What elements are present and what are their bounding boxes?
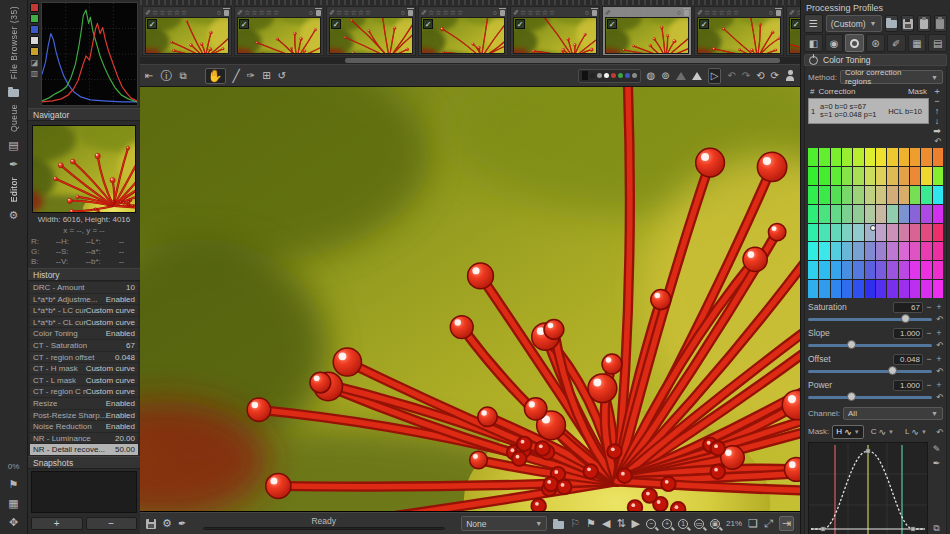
bg-black-swatch[interactable] [582, 71, 588, 80]
background-color-selector[interactable] [578, 69, 641, 83]
rank-star-icon[interactable]: ☆ [174, 9, 180, 17]
history-row[interactable]: CT - H maskCustom curve [30, 363, 138, 375]
color-grid-marker[interactable] [870, 225, 876, 231]
edit-profile-icon[interactable]: ✐ [605, 9, 611, 17]
rank-star-icon[interactable]: ☆ [527, 9, 533, 17]
color-grid-cell[interactable] [876, 148, 886, 166]
color-grid-cell[interactable] [899, 261, 909, 279]
filmstrip-thumbnail[interactable]: ✐☆☆☆☆☆○✓ [326, 6, 416, 56]
snapshots-header[interactable]: Snapshots [28, 456, 140, 469]
histogram-blue-toggle[interactable] [30, 25, 39, 34]
profile-list-icon[interactable]: ☰ [804, 14, 823, 33]
history-row[interactable]: NR - Luminance20.00 [30, 433, 138, 445]
reset-slider-icon[interactable]: ↶ [936, 392, 943, 402]
increment-button[interactable]: + [935, 380, 943, 391]
trash-icon[interactable] [224, 10, 229, 16]
slider-value[interactable]: 1.000 [893, 328, 923, 339]
decrement-button[interactable]: − [925, 354, 933, 365]
trash-icon[interactable] [592, 10, 597, 16]
flag-add-icon[interactable]: ⚑ [9, 478, 19, 490]
correction-region-row[interactable]: 1a=0 b=0 s=67s=1 o=0.048 p=1HCL b=10 [808, 98, 929, 124]
color-grid-cell[interactable] [819, 261, 829, 279]
crop-tool-icon[interactable]: ⊞ [262, 69, 270, 83]
color-grid-cell[interactable] [831, 186, 841, 204]
color-grid-cell[interactable] [921, 167, 931, 185]
thumbnail-image[interactable]: ✓ [145, 17, 229, 54]
trash-icon[interactable] [684, 10, 689, 16]
color-grid-cell[interactable] [853, 224, 863, 242]
slider-value[interactable]: 0.048 [893, 354, 923, 365]
rank-star-icon[interactable]: ☆ [619, 9, 625, 17]
color-grid-cell[interactable] [910, 167, 920, 185]
color-grid-cell[interactable] [910, 242, 920, 260]
tool-tab-raw[interactable]: ▦ [908, 34, 927, 52]
tab-editor[interactable]: Editor [9, 177, 19, 202]
zoom-100-icon[interactable]: 1 [678, 519, 688, 529]
rank-star-icon[interactable]: ☆ [159, 9, 165, 17]
color-grid-cell[interactable] [808, 205, 818, 223]
paste-profile-icon[interactable] [917, 15, 930, 32]
chevron-down-icon[interactable]: ▼ [854, 429, 860, 435]
rank-star-icon[interactable]: ☆ [612, 9, 618, 17]
bg-white-swatch[interactable] [604, 73, 609, 78]
rank-star-icon[interactable]: ☆ [626, 9, 632, 17]
color-label-icon[interactable]: ○ [493, 9, 497, 17]
decrement-button[interactable]: − [925, 328, 933, 339]
move-icon[interactable]: ✥ [9, 516, 18, 528]
trash-icon[interactable] [500, 10, 505, 16]
color-label-icon[interactable]: ○ [309, 9, 313, 17]
slider-track[interactable] [808, 370, 932, 373]
sharpen-mask-icon[interactable]: ◍ [647, 69, 656, 83]
pick-color-icon[interactable]: ✒ [933, 458, 941, 468]
color-label-icon[interactable]: ○ [677, 9, 681, 17]
color-grid-cell[interactable] [921, 261, 931, 279]
navigator-header[interactable]: Navigator [28, 108, 140, 121]
color-grid-cell[interactable] [921, 186, 931, 204]
slider-track[interactable] [808, 396, 932, 399]
prev-image-icon[interactable]: ◀ [602, 517, 610, 530]
color-grid-cell[interactable] [910, 148, 920, 166]
color-grid-cell[interactable] [921, 224, 931, 242]
undo-icon[interactable]: ↶ [727, 69, 735, 83]
color-grid-cell[interactable] [933, 224, 943, 242]
color-grid-cell[interactable] [831, 205, 841, 223]
tool-tab-advanced[interactable]: ⊛ [866, 34, 885, 52]
zoom-in-icon[interactable]: + [662, 519, 672, 529]
snapshots-list[interactable] [31, 471, 137, 513]
histogram-green-toggle[interactable] [30, 14, 39, 23]
rank-star-icon[interactable]: ☆ [350, 9, 356, 17]
history-row[interactable]: DRC - Amount10 [30, 282, 138, 294]
color-grid-cell[interactable] [853, 167, 863, 185]
color-grid-cell[interactable] [887, 280, 897, 298]
color-grid-cell[interactable] [853, 205, 863, 223]
navigator-thumbnail[interactable] [32, 125, 136, 213]
tool-tab-metadata[interactable]: ▤ [928, 34, 947, 52]
copy-curve-icon[interactable]: ⧉ [933, 523, 939, 534]
zoom-out-icon[interactable]: − [646, 519, 656, 529]
histogram-mode-icon[interactable]: ◪ [30, 58, 39, 67]
rank-star-icon[interactable]: ☆ [166, 9, 172, 17]
color-grid-cell[interactable] [842, 148, 852, 166]
filmstrip-thumbnail[interactable]: ✐☆☆☆☆☆○✓ [418, 6, 508, 56]
color-label-icon[interactable]: ○ [401, 9, 405, 17]
color-grid-cell[interactable] [819, 205, 829, 223]
color-grid-cell[interactable] [876, 205, 886, 223]
thumbnail-image[interactable]: ✓ [789, 17, 800, 54]
rank-star-icon[interactable]: ☆ [343, 9, 349, 17]
mask-curve-button-c[interactable]: C∿▼ [867, 425, 898, 439]
color-grid-cell[interactable] [842, 280, 852, 298]
color-grid-cell[interactable] [876, 242, 886, 260]
filmstrip-grip[interactable] [140, 0, 800, 5]
rank-star-icon[interactable]: ☆ [336, 9, 342, 17]
color-label-icon[interactable]: ○ [217, 9, 221, 17]
edit-profile-icon[interactable]: ✐ [789, 9, 795, 17]
rank-star-icon[interactable]: ☆ [365, 9, 371, 17]
move-region-down-button[interactable]: ↓ [935, 117, 940, 126]
color-grid-cell[interactable] [921, 242, 931, 260]
copy-profile-icon[interactable] [934, 15, 947, 32]
thumbnail-image[interactable]: ✓ [329, 17, 413, 54]
increment-button[interactable]: + [935, 328, 943, 339]
color-grid-cell[interactable] [899, 205, 909, 223]
color-label-dropdown[interactable]: None ▼ [461, 516, 547, 531]
color-grid-cell[interactable] [887, 167, 897, 185]
